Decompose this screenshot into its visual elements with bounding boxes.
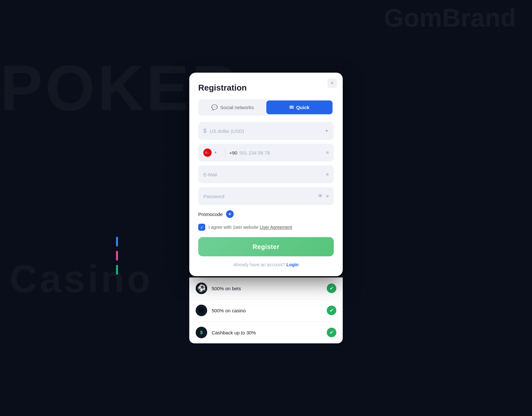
tab-quick-label: Quick (296, 105, 309, 110)
login-prompt-text: Already have an account? (233, 262, 285, 267)
password-required-dot (326, 195, 329, 197)
bonus-item-casino: 🏛 500% on casino ✔ (189, 300, 343, 322)
agreement-checkbox[interactable]: ✓ (198, 224, 205, 231)
bets-check-icon: ✔ (327, 284, 336, 293)
email-required-dot (326, 173, 329, 176)
bonus-item-bets: ⚽ 500% on bets ✔ (189, 277, 343, 300)
phone-code: +90 (229, 150, 237, 156)
promocode-label: Promocode (198, 212, 223, 217)
casino-icon: 🏛 (196, 305, 207, 316)
country-chevron-icon: ▼ (214, 150, 217, 155)
password-field[interactable]: 👁 (198, 187, 334, 205)
currency-value: US dollar (USD) (210, 128, 322, 134)
tab-container: 💬 Social networks ✉ Quick (198, 99, 334, 116)
casino-bonus-text: 500% on casino (212, 308, 322, 313)
agreement-row: ✓ I agree with 1win website User Agreeme… (198, 224, 334, 231)
tab-social-networks[interactable]: 💬 Social networks (199, 100, 266, 114)
login-link[interactable]: Login (286, 262, 299, 267)
user-agreement-link[interactable]: User Agreement (260, 225, 292, 230)
bonus-item-cashback: $ Cashback up to 30% ✔ (189, 322, 343, 343)
close-icon: × (331, 80, 333, 86)
modal-title: Registration (198, 83, 334, 93)
register-button[interactable]: Register (198, 237, 334, 256)
mail-icon: ✉ (289, 104, 293, 110)
phone-required-dot (326, 151, 329, 154)
currency-field[interactable]: $ US dollar (USD) ▼ (198, 122, 334, 140)
currency-chevron-icon: ▼ (325, 129, 329, 133)
country-selector[interactable]: 🇹🇷 ▼ (203, 148, 221, 157)
cashback-icon: $ (196, 327, 207, 338)
email-input[interactable] (203, 172, 323, 177)
cashback-check-icon: ✔ (327, 328, 336, 337)
currency-icon: $ (203, 128, 207, 134)
social-icon: 💬 (211, 104, 218, 110)
agreement-text: I agree with 1win website User Agreement (208, 225, 292, 230)
email-field[interactable] (198, 165, 334, 183)
bets-bonus-text: 500% on bets (212, 286, 322, 291)
bets-icon: ⚽ (196, 283, 207, 294)
close-button[interactable]: × (327, 78, 337, 88)
flag-icon: 🇹🇷 (203, 148, 212, 157)
add-promocode-button[interactable]: + (226, 210, 234, 218)
phone-placeholder: 501 234 56 78 (239, 150, 326, 156)
bonus-card: ⚽ 500% on bets ✔ 🏛 500% on casino ✔ $ Ca… (189, 277, 343, 343)
casino-check-icon: ✔ (327, 306, 336, 315)
login-row: Already have an account? Login (198, 262, 334, 267)
password-input[interactable] (203, 194, 315, 199)
registration-modal: Registration × 💬 Social networks ✉ Quick… (189, 73, 343, 276)
phone-divider (225, 148, 225, 157)
tab-quick[interactable]: ✉ Quick (266, 100, 332, 114)
cashback-bonus-text: Cashback up to 30% (212, 330, 322, 335)
tab-social-label: Social networks (220, 105, 254, 110)
eye-icon[interactable]: 👁 (318, 193, 323, 199)
phone-field: 🇹🇷 ▼ +90 501 234 56 78 (198, 144, 334, 162)
plus-icon: + (228, 212, 231, 217)
promocode-row: Promocode + (198, 210, 334, 218)
